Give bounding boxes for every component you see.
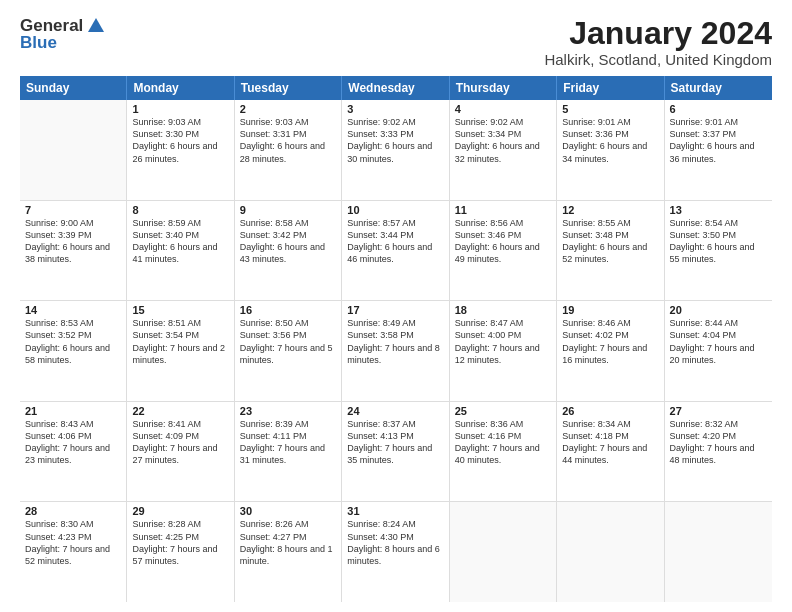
- calendar-body: 1 Sunrise: 9:03 AMSunset: 3:30 PMDayligh…: [20, 100, 772, 602]
- cell-sunrise: Sunrise: 8:32 AMSunset: 4:20 PMDaylight:…: [670, 419, 755, 465]
- calendar: SundayMondayTuesdayWednesdayThursdayFrid…: [20, 76, 772, 602]
- cell-sunrise: Sunrise: 9:01 AMSunset: 3:37 PMDaylight:…: [670, 117, 755, 163]
- header-cell-wednesday: Wednesday: [342, 76, 449, 100]
- calendar-cell: 17 Sunrise: 8:49 AMSunset: 3:58 PMDaylig…: [342, 301, 449, 401]
- calendar-cell: [665, 502, 772, 602]
- calendar-cell: 12 Sunrise: 8:55 AMSunset: 3:48 PMDaylig…: [557, 201, 664, 301]
- cell-sunrise: Sunrise: 9:03 AMSunset: 3:31 PMDaylight:…: [240, 117, 325, 163]
- calendar-cell: [450, 502, 557, 602]
- calendar-row-1: 1 Sunrise: 9:03 AMSunset: 3:30 PMDayligh…: [20, 100, 772, 201]
- cell-sunrise: Sunrise: 8:44 AMSunset: 4:04 PMDaylight:…: [670, 318, 755, 364]
- cell-sunrise: Sunrise: 8:59 AMSunset: 3:40 PMDaylight:…: [132, 218, 217, 264]
- cell-sunrise: Sunrise: 8:56 AMSunset: 3:46 PMDaylight:…: [455, 218, 540, 264]
- day-number: 11: [455, 204, 551, 216]
- calendar-cell: 25 Sunrise: 8:36 AMSunset: 4:16 PMDaylig…: [450, 402, 557, 502]
- cell-sunrise: Sunrise: 9:01 AMSunset: 3:36 PMDaylight:…: [562, 117, 647, 163]
- calendar-cell: 19 Sunrise: 8:46 AMSunset: 4:02 PMDaylig…: [557, 301, 664, 401]
- calendar-cell: 23 Sunrise: 8:39 AMSunset: 4:11 PMDaylig…: [235, 402, 342, 502]
- day-number: 24: [347, 405, 443, 417]
- day-number: 31: [347, 505, 443, 517]
- calendar-cell: 15 Sunrise: 8:51 AMSunset: 3:54 PMDaylig…: [127, 301, 234, 401]
- calendar-cell: 10 Sunrise: 8:57 AMSunset: 3:44 PMDaylig…: [342, 201, 449, 301]
- header-cell-tuesday: Tuesday: [235, 76, 342, 100]
- calendar-row-5: 28 Sunrise: 8:30 AMSunset: 4:23 PMDaylig…: [20, 502, 772, 602]
- calendar-cell: 2 Sunrise: 9:03 AMSunset: 3:31 PMDayligh…: [235, 100, 342, 200]
- calendar-cell: 9 Sunrise: 8:58 AMSunset: 3:42 PMDayligh…: [235, 201, 342, 301]
- calendar-cell: 6 Sunrise: 9:01 AMSunset: 3:37 PMDayligh…: [665, 100, 772, 200]
- calendar-cell: 21 Sunrise: 8:43 AMSunset: 4:06 PMDaylig…: [20, 402, 127, 502]
- day-number: 15: [132, 304, 228, 316]
- day-number: 5: [562, 103, 658, 115]
- calendar-cell: 24 Sunrise: 8:37 AMSunset: 4:13 PMDaylig…: [342, 402, 449, 502]
- header-cell-monday: Monday: [127, 76, 234, 100]
- cell-sunrise: Sunrise: 8:54 AMSunset: 3:50 PMDaylight:…: [670, 218, 755, 264]
- day-number: 22: [132, 405, 228, 417]
- day-number: 14: [25, 304, 121, 316]
- cell-sunrise: Sunrise: 8:50 AMSunset: 3:56 PMDaylight:…: [240, 318, 333, 364]
- cell-sunrise: Sunrise: 8:58 AMSunset: 3:42 PMDaylight:…: [240, 218, 325, 264]
- calendar-cell: 29 Sunrise: 8:28 AMSunset: 4:25 PMDaylig…: [127, 502, 234, 602]
- header-cell-sunday: Sunday: [20, 76, 127, 100]
- location: Halkirk, Scotland, United Kingdom: [544, 51, 772, 68]
- header-cell-friday: Friday: [557, 76, 664, 100]
- svg-marker-0: [88, 18, 104, 32]
- day-number: 18: [455, 304, 551, 316]
- day-number: 12: [562, 204, 658, 216]
- calendar-row-4: 21 Sunrise: 8:43 AMSunset: 4:06 PMDaylig…: [20, 402, 772, 503]
- calendar-cell: 18 Sunrise: 8:47 AMSunset: 4:00 PMDaylig…: [450, 301, 557, 401]
- day-number: 25: [455, 405, 551, 417]
- cell-sunrise: Sunrise: 8:37 AMSunset: 4:13 PMDaylight:…: [347, 419, 432, 465]
- calendar-cell: 11 Sunrise: 8:56 AMSunset: 3:46 PMDaylig…: [450, 201, 557, 301]
- day-number: 19: [562, 304, 658, 316]
- calendar-cell: [557, 502, 664, 602]
- day-number: 13: [670, 204, 767, 216]
- cell-sunrise: Sunrise: 8:30 AMSunset: 4:23 PMDaylight:…: [25, 519, 110, 565]
- calendar-cell: 3 Sunrise: 9:02 AMSunset: 3:33 PMDayligh…: [342, 100, 449, 200]
- calendar-cell: 31 Sunrise: 8:24 AMSunset: 4:30 PMDaylig…: [342, 502, 449, 602]
- calendar-cell: 28 Sunrise: 8:30 AMSunset: 4:23 PMDaylig…: [20, 502, 127, 602]
- logo-blue: Blue: [20, 34, 57, 53]
- day-number: 21: [25, 405, 121, 417]
- calendar-cell: 5 Sunrise: 9:01 AMSunset: 3:36 PMDayligh…: [557, 100, 664, 200]
- day-number: 17: [347, 304, 443, 316]
- day-number: 30: [240, 505, 336, 517]
- cell-sunrise: Sunrise: 8:26 AMSunset: 4:27 PMDaylight:…: [240, 519, 333, 565]
- day-number: 28: [25, 505, 121, 517]
- day-number: 8: [132, 204, 228, 216]
- calendar-cell: 8 Sunrise: 8:59 AMSunset: 3:40 PMDayligh…: [127, 201, 234, 301]
- header-cell-saturday: Saturday: [665, 76, 772, 100]
- day-number: 6: [670, 103, 767, 115]
- calendar-cell: 26 Sunrise: 8:34 AMSunset: 4:18 PMDaylig…: [557, 402, 664, 502]
- calendar-cell: 14 Sunrise: 8:53 AMSunset: 3:52 PMDaylig…: [20, 301, 127, 401]
- cell-sunrise: Sunrise: 8:57 AMSunset: 3:44 PMDaylight:…: [347, 218, 432, 264]
- cell-sunrise: Sunrise: 8:43 AMSunset: 4:06 PMDaylight:…: [25, 419, 110, 465]
- cell-sunrise: Sunrise: 8:24 AMSunset: 4:30 PMDaylight:…: [347, 519, 440, 565]
- cell-sunrise: Sunrise: 8:55 AMSunset: 3:48 PMDaylight:…: [562, 218, 647, 264]
- cell-sunrise: Sunrise: 8:49 AMSunset: 3:58 PMDaylight:…: [347, 318, 440, 364]
- cell-sunrise: Sunrise: 9:02 AMSunset: 3:33 PMDaylight:…: [347, 117, 432, 163]
- day-number: 9: [240, 204, 336, 216]
- cell-sunrise: Sunrise: 9:03 AMSunset: 3:30 PMDaylight:…: [132, 117, 217, 163]
- header: General Blue January 2024 Halkirk, Scotl…: [20, 16, 772, 68]
- cell-sunrise: Sunrise: 8:39 AMSunset: 4:11 PMDaylight:…: [240, 419, 325, 465]
- month-title: January 2024: [544, 16, 772, 51]
- cell-sunrise: Sunrise: 8:53 AMSunset: 3:52 PMDaylight:…: [25, 318, 110, 364]
- calendar-row-2: 7 Sunrise: 9:00 AMSunset: 3:39 PMDayligh…: [20, 201, 772, 302]
- cell-sunrise: Sunrise: 8:47 AMSunset: 4:00 PMDaylight:…: [455, 318, 540, 364]
- day-number: 4: [455, 103, 551, 115]
- calendar-cell: 7 Sunrise: 9:00 AMSunset: 3:39 PMDayligh…: [20, 201, 127, 301]
- calendar-cell: 13 Sunrise: 8:54 AMSunset: 3:50 PMDaylig…: [665, 201, 772, 301]
- calendar-cell: 4 Sunrise: 9:02 AMSunset: 3:34 PMDayligh…: [450, 100, 557, 200]
- day-number: 26: [562, 405, 658, 417]
- header-cell-thursday: Thursday: [450, 76, 557, 100]
- cell-sunrise: Sunrise: 8:41 AMSunset: 4:09 PMDaylight:…: [132, 419, 217, 465]
- day-number: 20: [670, 304, 767, 316]
- cell-sunrise: Sunrise: 8:46 AMSunset: 4:02 PMDaylight:…: [562, 318, 647, 364]
- cell-sunrise: Sunrise: 8:28 AMSunset: 4:25 PMDaylight:…: [132, 519, 217, 565]
- cell-sunrise: Sunrise: 9:02 AMSunset: 3:34 PMDaylight:…: [455, 117, 540, 163]
- calendar-cell: 27 Sunrise: 8:32 AMSunset: 4:20 PMDaylig…: [665, 402, 772, 502]
- calendar-cell: 22 Sunrise: 8:41 AMSunset: 4:09 PMDaylig…: [127, 402, 234, 502]
- logo: General Blue: [20, 16, 107, 53]
- cell-sunrise: Sunrise: 9:00 AMSunset: 3:39 PMDaylight:…: [25, 218, 110, 264]
- calendar-cell: [20, 100, 127, 200]
